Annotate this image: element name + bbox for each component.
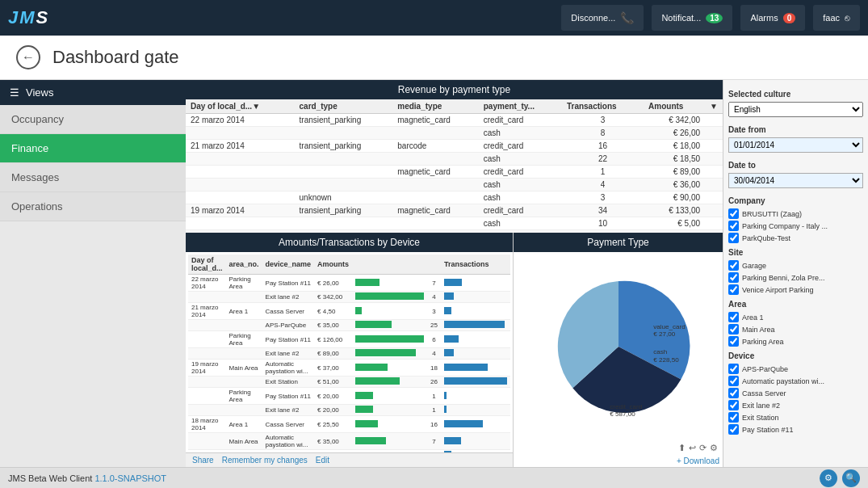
right-panel: Selected culture English Date from 01/01… xyxy=(723,80,868,467)
undo-icon[interactable]: ↩ xyxy=(689,443,696,453)
amounts-row: 22 marzo 2014 Parking Area Pay Station #… xyxy=(188,275,510,292)
content-area: Revenue by payment type Day of local_d..… xyxy=(186,80,723,467)
amt-trans: 16 xyxy=(427,416,441,433)
device-exit-station-label: Exit Station xyxy=(742,414,779,422)
amt-amount: € 35,00 xyxy=(314,320,352,331)
date-from-input[interactable]: 01/01/2014 xyxy=(728,137,863,153)
alarms-button[interactable]: Alarms 0 xyxy=(740,5,805,31)
amt-trans: 1 xyxy=(427,405,441,416)
revenue-row: unknown cash 3 € 90,00 xyxy=(186,191,723,204)
amt-amount: € 126,00 xyxy=(314,331,352,348)
pie-credit-card-value: € 587,00 xyxy=(610,410,635,418)
device-auto-check[interactable] xyxy=(728,376,739,386)
sidebar-item-finance[interactable]: Finance xyxy=(0,134,186,163)
revenue-row: cash 10 € 5,00 xyxy=(186,217,723,230)
rev-day xyxy=(186,217,295,230)
amt-amount: € 89,00 xyxy=(314,348,352,360)
rev-day xyxy=(186,127,295,140)
area-parking-check[interactable] xyxy=(728,336,739,347)
search-status-icon[interactable]: 🔍 xyxy=(842,469,860,487)
remember-link[interactable]: Remember my changes xyxy=(222,456,308,465)
amounts-col-day: Day of local_d... xyxy=(188,255,226,275)
amt-device: Pay Station #11 xyxy=(262,275,315,292)
amt-device: Automatic paystation wi... xyxy=(262,360,315,377)
amt-bar-trans xyxy=(441,292,510,303)
page-title: Dashboard gate xyxy=(52,47,179,68)
rev-transactions: 3 xyxy=(562,114,644,127)
rev-day: 21 marzo 2014 xyxy=(186,140,295,153)
settings-icon[interactable]: ⚙ xyxy=(710,443,718,453)
area-1-check[interactable] xyxy=(728,312,739,322)
amt-device: Pay Station #11 xyxy=(262,388,315,405)
user-button[interactable]: faac ⎋ xyxy=(813,5,860,31)
amt-trans: 26 xyxy=(427,377,441,388)
device-pay-station-check[interactable] xyxy=(728,424,739,435)
download-link[interactable]: + Download xyxy=(514,455,723,467)
sidebar-item-occupancy[interactable]: Occupancy xyxy=(0,105,186,134)
rev-amount: € 133,00 xyxy=(644,204,705,217)
site-venice: Venice Airport Parking xyxy=(728,284,863,295)
amt-area xyxy=(226,377,262,388)
amt-trans: 25 xyxy=(427,320,441,331)
amt-day: 18 marzo 2014 xyxy=(188,416,226,433)
amt-bar-amount xyxy=(352,360,427,377)
device-cassa-check[interactable] xyxy=(728,388,739,398)
rev-payment: cash xyxy=(479,191,562,204)
rev-day: 22 marzo 2014 xyxy=(186,114,295,127)
amt-trans: 4 xyxy=(427,348,441,360)
amt-bar-amount xyxy=(352,320,427,331)
rev-amount: € 36,00 xyxy=(644,179,705,191)
device-exit-lane-check[interactable] xyxy=(728,400,739,410)
amt-bar-amount xyxy=(352,331,427,348)
sidebar-item-operations[interactable]: Operations xyxy=(0,192,186,221)
rev-media xyxy=(392,153,478,166)
col-filter[interactable]: ▼ xyxy=(705,99,723,114)
sidebar-item-messages[interactable]: Messages xyxy=(0,163,186,192)
amt-device: Pay Station #11 xyxy=(262,331,315,348)
site-venice-check[interactable] xyxy=(728,284,739,295)
back-button[interactable]: ← xyxy=(16,45,40,69)
share-icon[interactable]: ⬆ xyxy=(678,443,686,453)
revenue-title: Revenue by payment type xyxy=(186,80,723,99)
company-parking-check[interactable] xyxy=(728,221,739,231)
share-link[interactable]: Share xyxy=(192,456,214,465)
company-parkqube-check[interactable] xyxy=(728,233,739,243)
revenue-row: cash 22 € 18,50 xyxy=(186,153,723,166)
site-garage-check[interactable] xyxy=(728,260,739,271)
area-main-check[interactable] xyxy=(728,324,739,334)
version-link[interactable]: 1.1.0-SNAPSHOT xyxy=(94,473,166,483)
pie-chart: value_card € 27,00 cash € 228,50 credit_… xyxy=(546,274,691,419)
date-to-input[interactable]: 30/04/2014 xyxy=(728,173,863,188)
rev-amount: € 89,00 xyxy=(644,166,705,179)
rev-media xyxy=(392,217,478,230)
bottom-sections: Amounts/Transactions by Device Day of lo… xyxy=(186,233,723,467)
area-main-label: Main Area xyxy=(742,326,775,334)
amt-device: Exit Station xyxy=(262,450,315,453)
amt-day xyxy=(188,292,226,303)
company-brusutti-check[interactable] xyxy=(728,208,739,219)
device-label: Device xyxy=(728,351,863,360)
site-venice-label: Venice Airport Parking xyxy=(742,286,814,294)
refresh-icon[interactable]: ⟳ xyxy=(699,443,707,453)
amounts-chart-area: Day of local_d... area_no. device_name A… xyxy=(186,252,513,452)
disconnect-button[interactable]: Disconne... 📞 xyxy=(561,5,644,31)
rev-media: magnetic_card xyxy=(392,166,478,179)
settings-status-icon[interactable]: ⚙ xyxy=(820,469,837,487)
amt-bar-trans xyxy=(441,433,510,450)
rev-payment: cash xyxy=(479,179,562,191)
amt-trans: 1 xyxy=(427,388,441,405)
notifications-button[interactable]: Notificat... 13 xyxy=(652,5,732,31)
device-exit-station-check[interactable] xyxy=(728,412,739,423)
edit-link[interactable]: Edit xyxy=(316,456,329,465)
amt-device: Cassa Server xyxy=(262,416,315,433)
company-brusutti: BRUSUTTI (Zaag) xyxy=(728,208,863,219)
rev-card xyxy=(295,217,393,230)
amt-bar-trans xyxy=(441,348,510,360)
amounts-row: Exit lane #2 € 342,00 4 xyxy=(188,292,510,303)
site-benni-check[interactable] xyxy=(728,272,739,283)
culture-select[interactable]: English xyxy=(728,102,863,117)
app-logo: JMS xyxy=(8,7,49,28)
device-aps-check[interactable] xyxy=(728,364,739,374)
amt-day xyxy=(188,331,226,348)
rev-payment: credit_card xyxy=(479,140,562,153)
